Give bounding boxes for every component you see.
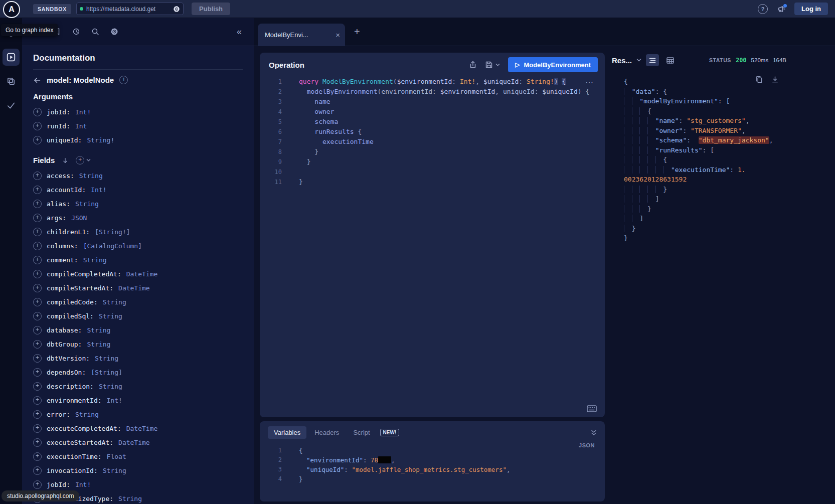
doc-field-row[interactable]: +comment:String bbox=[33, 253, 243, 267]
history-icon[interactable] bbox=[72, 28, 80, 36]
formatted-view-icon[interactable] bbox=[646, 54, 659, 66]
add-field-icon[interactable]: + bbox=[33, 326, 42, 334]
run-operation-button[interactable]: ▷ ModelByEnvironment bbox=[508, 57, 598, 72]
arguments-heading: Arguments bbox=[33, 92, 243, 101]
add-field-icon[interactable]: + bbox=[33, 228, 42, 236]
table-view-icon[interactable] bbox=[663, 54, 677, 66]
editor-more-menu-icon[interactable]: ⋯ bbox=[585, 78, 594, 87]
add-field-icon[interactable]: + bbox=[33, 410, 42, 419]
add-field-icon[interactable]: + bbox=[33, 200, 42, 208]
doc-field-row[interactable]: +compileCompletedAt:DateTime bbox=[33, 267, 243, 281]
add-all-fields-control[interactable]: + bbox=[76, 156, 91, 164]
schema-nav-icon[interactable] bbox=[3, 73, 20, 90]
doc-field-row[interactable]: +jobId:Int! bbox=[33, 477, 243, 491]
field-type: String bbox=[79, 172, 103, 180]
connection-settings-icon[interactable] bbox=[173, 6, 180, 13]
add-field-icon[interactable]: + bbox=[33, 480, 42, 489]
share-icon[interactable] bbox=[469, 61, 477, 69]
save-control[interactable] bbox=[485, 61, 500, 69]
add-field-icon[interactable]: + bbox=[33, 186, 42, 194]
doc-field-row[interactable]: +compileStartedAt:DateTime bbox=[33, 281, 243, 295]
doc-field-row[interactable]: +columns:[CatalogColumn] bbox=[33, 239, 243, 253]
doc-field-row[interactable]: +args:JSON bbox=[33, 211, 243, 225]
collapse-variables-icon[interactable] bbox=[591, 429, 597, 436]
new-tab-icon[interactable]: + bbox=[354, 27, 360, 37]
add-field-icon[interactable]: + bbox=[33, 396, 42, 405]
graph-endpoint-input[interactable]: https://metadata.cloud.get bbox=[76, 3, 184, 15]
collapse-sidebar-icon[interactable]: « bbox=[237, 27, 242, 36]
add-field-icon[interactable]: + bbox=[33, 452, 42, 461]
chevron-down-icon[interactable] bbox=[86, 158, 91, 162]
add-field-icon[interactable]: + bbox=[33, 340, 42, 349]
field-name: dependsOn: bbox=[47, 369, 86, 376]
add-field-icon[interactable]: + bbox=[33, 242, 42, 250]
doc-field-row[interactable]: +alias:String bbox=[33, 197, 243, 211]
doc-field-row[interactable]: +error:String bbox=[33, 407, 243, 421]
field-type: JSON bbox=[71, 214, 87, 222]
add-field-icon[interactable]: + bbox=[33, 312, 42, 320]
add-field-icon[interactable]: + bbox=[33, 172, 42, 180]
doc-field-row[interactable]: +childrenL1:[String!] bbox=[33, 225, 243, 239]
publish-button[interactable]: Publish bbox=[192, 3, 230, 15]
search-icon[interactable] bbox=[91, 28, 99, 36]
doc-field-row[interactable]: +executeStartedAt:DateTime bbox=[33, 435, 243, 449]
add-field-icon[interactable]: + bbox=[33, 368, 42, 377]
help-icon[interactable]: ? bbox=[758, 4, 768, 14]
apollo-logo[interactable]: A bbox=[3, 1, 20, 18]
doc-field-row[interactable]: +accountId:Int! bbox=[33, 183, 243, 197]
save-icon[interactable] bbox=[485, 61, 493, 69]
tab-script[interactable]: Script bbox=[347, 426, 376, 439]
add-type-icon[interactable]: + bbox=[119, 76, 128, 84]
add-field-icon[interactable]: + bbox=[33, 354, 42, 363]
doc-field-row[interactable]: +dbtGroup:String bbox=[33, 337, 243, 351]
tab-headers[interactable]: Headers bbox=[308, 426, 345, 439]
add-field-icon[interactable]: + bbox=[33, 424, 42, 433]
doc-field-row[interactable]: +dbtVersion:String bbox=[33, 351, 243, 365]
doc-field-row[interactable]: +executeCompletedAt:DateTime bbox=[33, 421, 243, 435]
add-field-icon[interactable]: + bbox=[33, 214, 42, 222]
add-all-fields-icon[interactable]: + bbox=[76, 156, 84, 164]
announcements-icon[interactable] bbox=[777, 5, 785, 13]
copy-response-icon[interactable] bbox=[755, 76, 763, 83]
line-number: 8 bbox=[260, 147, 290, 157]
add-field-icon[interactable]: + bbox=[33, 438, 42, 447]
close-tab-icon[interactable]: × bbox=[336, 31, 340, 39]
add-field-icon[interactable]: + bbox=[33, 108, 42, 116]
add-field-icon[interactable]: + bbox=[33, 256, 42, 264]
doc-field-row[interactable]: +jobId:Int! bbox=[33, 105, 243, 119]
explorer-nav-icon[interactable] bbox=[3, 49, 20, 66]
operation-editor[interactable]: 1query ModelByEnvironment($environmentId… bbox=[260, 77, 605, 187]
variables-editor[interactable]: 1{2 "environmentId": 78,3 "uniqueId": "m… bbox=[260, 446, 605, 484]
doc-field-row[interactable]: +environmentId:Int! bbox=[33, 393, 243, 407]
line-number: 4 bbox=[260, 474, 290, 484]
doc-field-row[interactable]: +description:String bbox=[33, 379, 243, 393]
add-field-icon[interactable]: + bbox=[33, 136, 42, 144]
download-response-icon[interactable] bbox=[771, 76, 779, 83]
response-dropdown-icon[interactable] bbox=[636, 58, 641, 63]
doc-field-row[interactable]: +executionTime:Float bbox=[33, 449, 243, 463]
doc-field-row[interactable]: +invocationId:String bbox=[33, 463, 243, 477]
add-field-icon[interactable]: + bbox=[33, 382, 42, 391]
doc-field-row[interactable]: +access:String bbox=[33, 169, 243, 183]
sort-fields-icon[interactable] bbox=[62, 157, 69, 164]
save-dropdown-icon[interactable] bbox=[495, 63, 500, 67]
doc-field-row[interactable]: +runId:Int bbox=[33, 119, 243, 133]
add-field-icon[interactable]: + bbox=[33, 466, 42, 475]
field-type: String bbox=[95, 355, 118, 362]
doc-field-row[interactable]: +uniqueId:String! bbox=[33, 133, 243, 147]
doc-field-row[interactable]: +database:String bbox=[33, 323, 243, 337]
tab-modelbyenvironment[interactable]: ModelByEnvi... × bbox=[258, 24, 345, 46]
back-arrow-icon[interactable] bbox=[33, 76, 41, 84]
add-field-icon[interactable]: + bbox=[33, 298, 42, 306]
tab-variables[interactable]: Variables bbox=[268, 426, 306, 439]
keyboard-shortcuts-icon[interactable] bbox=[587, 405, 597, 412]
doc-field-row[interactable]: +compiledCode:String bbox=[33, 295, 243, 309]
login-button[interactable]: Log in bbox=[794, 3, 828, 15]
add-field-icon[interactable]: + bbox=[33, 270, 42, 278]
add-field-icon[interactable]: + bbox=[33, 284, 42, 292]
settings-gear-icon[interactable] bbox=[110, 28, 118, 36]
doc-field-row[interactable]: +compiledSql:String bbox=[33, 309, 243, 323]
checklist-nav-icon[interactable] bbox=[3, 97, 20, 114]
doc-field-row[interactable]: +dependsOn:[String] bbox=[33, 365, 243, 379]
add-field-icon[interactable]: + bbox=[33, 122, 42, 130]
